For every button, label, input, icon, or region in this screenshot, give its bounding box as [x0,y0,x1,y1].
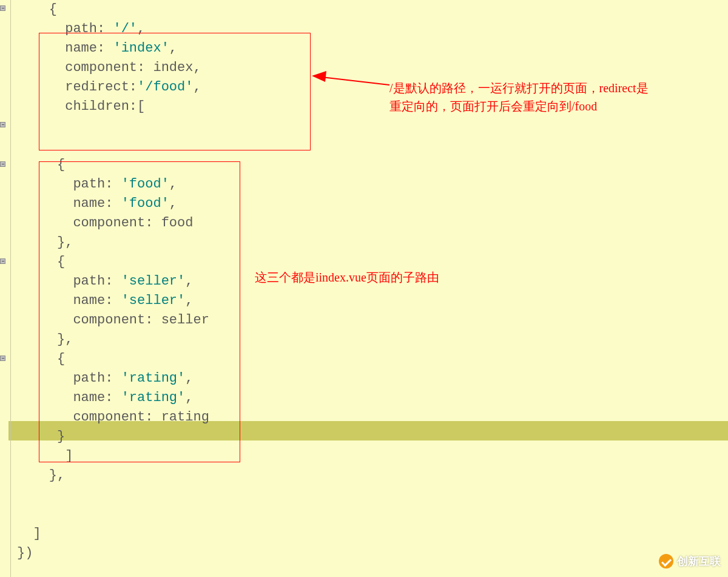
code-line [17,485,728,505]
code-line: component: seller [17,311,728,330]
code-line: component: food [17,214,728,233]
code-line: } [17,427,728,447]
code-line: { [17,0,728,19]
fold-marker-icon[interactable] [0,356,5,361]
annotation-text-2: 这三个都是iindex.vue页面的子路由 [255,268,439,286]
editor-gutter [0,0,8,577]
code-line: name: 'seller', [17,291,728,311]
code-line: ] [17,447,728,466]
fold-marker-icon[interactable] [0,122,5,127]
code-line: }, [17,233,728,252]
code-line: component: index, [17,58,728,78]
annotation-text-1-line2: 重定向的，页面打开后会重定向到/food [389,97,649,115]
code-line: }, [17,466,728,485]
code-line: component: rating [17,408,728,427]
annotation-text-1-line1: /是默认的路径，一运行就打开的页面，redirect是 [389,79,649,97]
code-line: { [17,349,728,369]
annotation-text-1: /是默认的路径，一运行就打开的页面，redirect是 重定向的，页面打开后会重… [389,79,649,115]
code-line: path: 'food', [17,175,728,194]
fold-marker-icon[interactable] [0,5,5,11]
code-line: ] [17,524,728,544]
code-line: }, [17,330,728,349]
code-line [17,505,728,524]
watermark-text: 创新互联 [677,552,721,571]
code-line: path: 'rating', [17,369,728,388]
code-line: name: 'index', [17,39,728,58]
fold-marker-icon[interactable] [0,258,5,264]
code-line: path: '/', [17,19,728,39]
watermark-logo-icon [659,554,673,569]
watermark: 创新互联 [659,552,721,571]
fold-marker-icon[interactable] [0,161,5,167]
code-line: }) [17,544,728,563]
code-line: { [17,155,728,175]
code-line: name: 'rating', [17,388,728,408]
gutter-separator [10,0,11,577]
code-line: name: 'food', [17,194,728,214]
code-line [17,136,728,155]
code-line [17,116,728,136]
